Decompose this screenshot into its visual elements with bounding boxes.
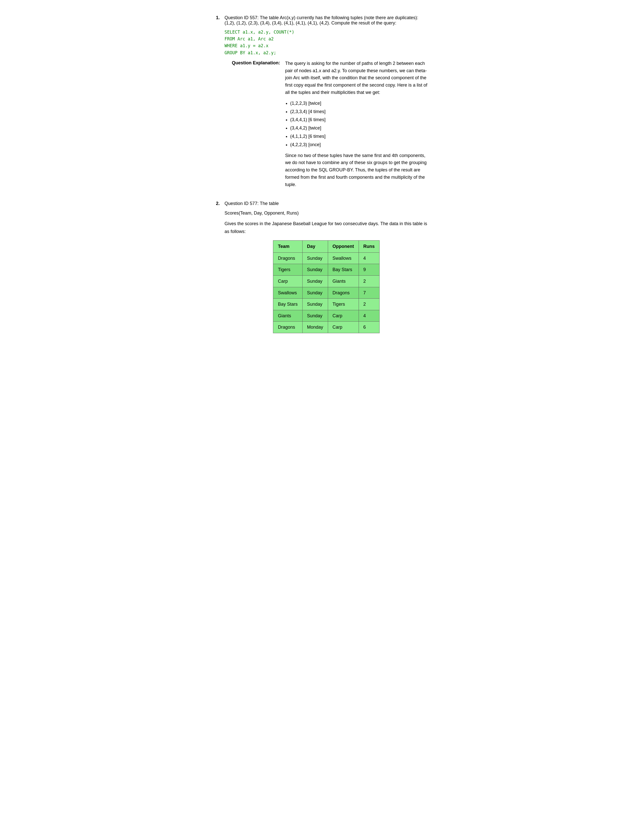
scores-table-header: Team Day Opponent Runs bbox=[273, 241, 379, 252]
question-2-number: 2. bbox=[216, 201, 222, 206]
bullet-item-5: (4,2,2,3) [once] bbox=[290, 141, 428, 148]
question-2-text: 2. Question ID 577: The table bbox=[216, 201, 428, 206]
bullet-item-4: (4,1,1,2) [6 times] bbox=[290, 133, 428, 140]
table-name: Scores(Team, Day, Opponent, Runs) bbox=[224, 209, 428, 217]
row4-day: Sunday bbox=[302, 299, 328, 310]
code-block-1: SELECT a1.x, a2.y, COUNT(*) FROM Arc a1,… bbox=[224, 29, 428, 56]
row2-day: Sunday bbox=[302, 276, 328, 287]
row6-runs: 6 bbox=[359, 322, 379, 333]
row5-day: Sunday bbox=[302, 310, 328, 322]
col-day: Day bbox=[302, 241, 328, 252]
table-row: Carp Sunday Giants 2 bbox=[273, 276, 379, 287]
question-1-number: 1. bbox=[216, 15, 222, 26]
bullet-item-2: (3,4,4,1) [6 times] bbox=[290, 116, 428, 124]
col-team: Team bbox=[273, 241, 302, 252]
row6-opponent: Carp bbox=[328, 322, 359, 333]
table-row: Dragons Sunday Swallows 4 bbox=[273, 252, 379, 264]
table-row: Bay Stars Sunday Tigers 2 bbox=[273, 299, 379, 310]
code-line-3: WHERE a1.y = a2.x bbox=[224, 42, 428, 49]
table-row: Tigers Sunday Bay Stars 9 bbox=[273, 264, 379, 276]
row0-opponent: Swallows bbox=[328, 252, 359, 264]
row3-team: Swallows bbox=[273, 287, 302, 299]
row1-opponent: Bay Stars bbox=[328, 264, 359, 276]
question-2: 2. Question ID 577: The table Scores(Tea… bbox=[216, 201, 428, 333]
row0-team: Dragons bbox=[273, 252, 302, 264]
bullet-item-1: (2,3,3,4) [4 times] bbox=[290, 108, 428, 115]
row5-runs: 4 bbox=[359, 310, 379, 322]
row2-runs: 2 bbox=[359, 276, 379, 287]
question-1: 1. Question ID 557: The table Arc(x,y) c… bbox=[216, 15, 428, 191]
question-2-body: Scores(Team, Day, Opponent, Runs) Gives … bbox=[224, 209, 428, 333]
row4-runs: 2 bbox=[359, 299, 379, 310]
row3-opponent: Dragons bbox=[328, 287, 359, 299]
row2-opponent: Giants bbox=[328, 276, 359, 287]
code-line-1: SELECT a1.x, a2.y, COUNT(*) bbox=[224, 29, 428, 35]
question-2-intro: Question ID 577: The table bbox=[224, 201, 279, 206]
code-line-2: FROM Arc a1, Arc a2 bbox=[224, 35, 428, 42]
row4-team: Bay Stars bbox=[273, 299, 302, 310]
row6-day: Monday bbox=[302, 322, 328, 333]
question-1-intro: Question ID 557: The table Arc(x,y) curr… bbox=[224, 15, 428, 26]
closing-paragraph: Since no two of these tuples have the sa… bbox=[285, 152, 428, 188]
row1-runs: 9 bbox=[359, 264, 379, 276]
col-opponent: Opponent bbox=[328, 241, 359, 252]
table-row: Swallows Sunday Dragons 7 bbox=[273, 287, 379, 299]
row6-team: Dragons bbox=[273, 322, 302, 333]
bullet-item-3: (3,4,4,2) [twice] bbox=[290, 124, 428, 132]
col-runs: Runs bbox=[359, 241, 379, 252]
row3-day: Sunday bbox=[302, 287, 328, 299]
table-row: Giants Sunday Carp 4 bbox=[273, 310, 379, 322]
row5-opponent: Carp bbox=[328, 310, 359, 322]
explanation-label: Question Explanation: bbox=[224, 60, 280, 191]
row2-team: Carp bbox=[273, 276, 302, 287]
code-line-4: GROUP BY a1.x, a2.y; bbox=[224, 50, 428, 56]
row3-runs: 7 bbox=[359, 287, 379, 299]
scores-table-body: Dragons Sunday Swallows 4 Tigers Sunday … bbox=[273, 252, 379, 333]
bullet-item-0: (1,2,2,3) [twice] bbox=[290, 100, 428, 107]
table-description: Gives the scores in the Japanese Basebal… bbox=[224, 220, 428, 235]
header-row: Team Day Opponent Runs bbox=[273, 241, 379, 252]
question-1-text: 1. Question ID 557: The table Arc(x,y) c… bbox=[216, 15, 428, 26]
table-row: Dragons Monday Carp 6 bbox=[273, 322, 379, 333]
row1-day: Sunday bbox=[302, 264, 328, 276]
row0-runs: 4 bbox=[359, 252, 379, 264]
explanation-row: Question Explanation: The query is askin… bbox=[224, 60, 428, 191]
explanation-para-1: The query is asking for the number of pa… bbox=[285, 60, 428, 96]
row5-team: Giants bbox=[273, 310, 302, 322]
row4-opponent: Tigers bbox=[328, 299, 359, 310]
bullet-list: (1,2,2,3) [twice] (2,3,3,4) [4 times] (3… bbox=[290, 100, 428, 148]
scores-table: Team Day Opponent Runs Dragons Sunday Sw… bbox=[273, 240, 379, 333]
row1-team: Tigers bbox=[273, 264, 302, 276]
question-1-body: SELECT a1.x, a2.y, COUNT(*) FROM Arc a1,… bbox=[224, 29, 428, 191]
explanation-content: The query is asking for the number of pa… bbox=[285, 60, 428, 191]
row0-day: Sunday bbox=[302, 252, 328, 264]
